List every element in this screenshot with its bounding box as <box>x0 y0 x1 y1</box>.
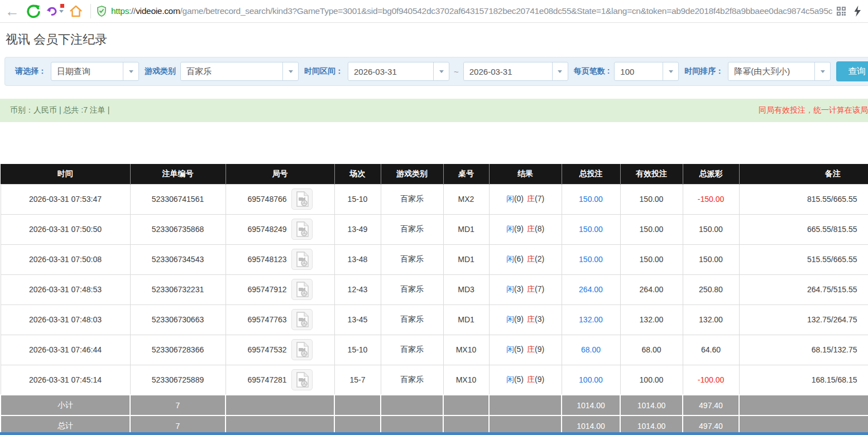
cell-game: 百家乐 <box>381 365 443 395</box>
back-button[interactable]: ← <box>3 2 21 20</box>
cell-result: 闲(6)庄(2) <box>489 244 562 274</box>
totals-empty-cell <box>226 395 334 415</box>
banker-result-label: 庄 <box>527 345 535 354</box>
video-replay-button[interactable] <box>291 249 313 270</box>
undo-dropdown-caret-icon[interactable] <box>59 10 64 13</box>
bet-records-table: 时间注单编号局号场次游戏类别桌号结果总投注有效投注总派彩备注 2026-03-3… <box>0 164 868 435</box>
cell-valid-bet: 150.00 <box>620 184 683 214</box>
cell-payout: -150.00 <box>683 184 739 214</box>
undo-button[interactable] <box>46 2 64 20</box>
cell-session: 15-10 <box>334 184 381 214</box>
player-result-label: 闲 <box>506 254 514 263</box>
round-id: 695748766 <box>247 195 286 204</box>
security-shield-icon[interactable] <box>97 6 107 17</box>
totals-total-bet: 1014.00 <box>562 395 620 415</box>
video-replay-button[interactable] <box>291 188 313 210</box>
banker-result-score: (8) <box>535 224 544 233</box>
lightning-bolt-icon[interactable] <box>853 5 861 17</box>
cell-bet-id: 523306728366 <box>130 335 226 365</box>
cell-remark: 132.75/264.75 <box>739 304 868 335</box>
video-replay-icon <box>295 342 309 357</box>
refresh-button[interactable] <box>25 2 42 20</box>
summary-bar: 币别：人民币 | 总共 :7 注单 | 同局有效投注，统一计算在该局第 <box>0 99 868 122</box>
cell-game: 百家乐 <box>381 304 443 335</box>
video-replay-button[interactable] <box>291 309 313 330</box>
player-result-score: (3) <box>514 284 524 293</box>
game-type-arrow[interactable] <box>282 62 298 80</box>
cell-total-bet: 68.00 <box>562 335 620 365</box>
banker-result-score: (7) <box>535 194 544 203</box>
cell-time: 2026-03-31 07:46:44 <box>1 335 130 365</box>
date-from-arrow[interactable] <box>433 62 449 80</box>
banker-result-label: 庄 <box>527 194 535 203</box>
cell-result: 闲(0)庄(7) <box>489 184 562 214</box>
page-title: 视讯 会员下注纪录 <box>6 31 868 48</box>
video-replay-button[interactable] <box>291 279 313 300</box>
url-scheme: https <box>111 6 129 16</box>
cell-total-bet: 150.00 <box>562 214 620 244</box>
page-size-select[interactable]: 100 <box>614 62 679 81</box>
cell-remark: 168.15/68.15 <box>739 365 868 395</box>
cell-game: 百家乐 <box>381 214 443 244</box>
url-separator: :// <box>129 6 136 16</box>
home-button[interactable] <box>67 2 85 20</box>
query-type-arrow[interactable] <box>123 62 138 80</box>
player-result-score: (0) <box>514 194 524 203</box>
game-type-value: 百家乐 <box>181 66 282 77</box>
player-result-label: 闲 <box>506 345 514 354</box>
column-header: 总投注 <box>562 164 620 184</box>
cell-remark: 264.75/515.55 <box>739 274 868 304</box>
banker-result-score: (9) <box>535 375 544 384</box>
totals-count: 7 <box>130 395 226 415</box>
cell-session: 15-7 <box>334 365 381 395</box>
cell-time: 2026-03-31 07:48:03 <box>1 304 130 335</box>
qr-code-icon[interactable] <box>837 7 846 16</box>
cell-round: 695748766 <box>226 184 334 214</box>
player-result-label: 闲 <box>506 224 514 233</box>
notification-dot <box>60 4 64 8</box>
cell-result: 闲(5)庄(9) <box>489 335 562 365</box>
cell-time: 2026-03-31 07:53:47 <box>1 184 130 214</box>
sort-select[interactable]: 降幂(由大到小) <box>728 62 831 81</box>
date-to-arrow[interactable] <box>552 62 568 80</box>
time-range-group: 时间区间： 2026-03-31 ~ 2026-03-31 <box>304 62 568 81</box>
notice-text: 同局有效投注，统一计算在该局第 <box>759 105 868 115</box>
search-button[interactable]: 查询 <box>836 61 868 81</box>
sort-group: 时间排序： 降幂(由大到小) <box>684 62 831 81</box>
cell-remark: 515.55/665.55 <box>739 244 868 274</box>
video-replay-button[interactable] <box>291 339 313 360</box>
video-replay-button[interactable] <box>291 219 313 240</box>
cell-table-code: MD1 <box>443 304 489 335</box>
url-text[interactable]: https://videoie.com/game/betrecord_searc… <box>111 6 832 16</box>
banker-result-label: 庄 <box>527 375 535 384</box>
browser-toolbar: ← https://videoie.com/game/betrecord_sea… <box>0 0 868 23</box>
sort-arrow[interactable] <box>814 62 830 80</box>
video-replay-button[interactable] <box>291 369 313 390</box>
totals-empty-cell <box>489 395 562 415</box>
totals-valid-bet: 1014.00 <box>620 395 683 415</box>
game-type-select[interactable]: 百家乐 <box>180 62 299 81</box>
cell-session: 13-45 <box>334 304 381 335</box>
cell-valid-bet: 68.00 <box>620 335 683 365</box>
cell-session: 15-10 <box>334 335 381 365</box>
undo-icon <box>46 5 58 17</box>
table-header-row: 时间注单编号局号场次游戏类别桌号结果总投注有效投注总派彩备注 <box>1 164 868 184</box>
banker-result-label: 庄 <box>527 254 535 263</box>
player-result-label: 闲 <box>506 194 514 203</box>
address-bar[interactable]: https://videoie.com/game/betrecord_searc… <box>97 0 864 22</box>
banker-result-label: 庄 <box>527 224 535 233</box>
cell-valid-bet: 150.00 <box>620 214 683 244</box>
query-type-label: 请选择： <box>15 66 46 76</box>
query-type-select[interactable]: 日期查询 <box>51 62 139 81</box>
round-id: 695748249 <box>247 225 286 234</box>
game-type-group: 游戏类别 百家乐 <box>145 62 299 81</box>
column-header: 场次 <box>334 164 381 184</box>
page-size-arrow[interactable] <box>663 62 678 80</box>
round-id: 695748123 <box>247 255 286 264</box>
sort-label: 时间排序： <box>684 66 723 76</box>
date-to-select[interactable]: 2026-03-31 <box>463 62 568 81</box>
cell-valid-bet: 132.00 <box>620 304 683 335</box>
video-replay-icon <box>295 372 309 388</box>
date-from-select[interactable]: 2026-03-31 <box>348 62 449 81</box>
totals-payout: 497.40 <box>683 395 739 415</box>
